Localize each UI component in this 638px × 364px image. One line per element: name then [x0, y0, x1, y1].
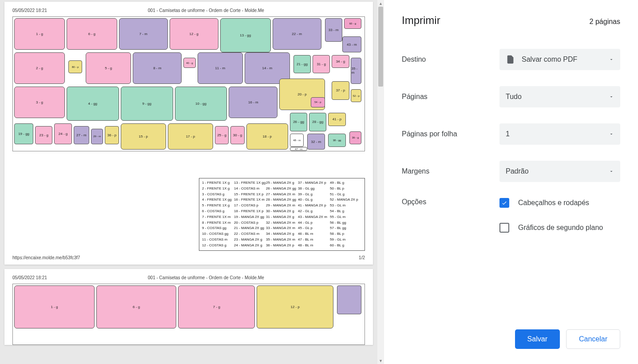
- marker-layout: 1 - g6 - g7 - g12 - p: [14, 285, 363, 343]
- pattern-piece: 10 - gg: [175, 87, 227, 121]
- legend-entry: 43 - MANGA 2X m: [298, 214, 330, 220]
- pattern-piece: 18 - p: [246, 123, 288, 150]
- pattern-piece: 54 - p: [311, 97, 325, 108]
- legend-entry: 39 - GL g: [298, 192, 330, 198]
- legend-entry: 48 - BL m: [298, 243, 330, 249]
- legend-entry: 7 - FRENTE 1X m: [202, 214, 234, 220]
- pattern-piece: 26 - gg: [290, 113, 307, 131]
- pattern-piece: 40 - g: [183, 58, 196, 68]
- pattern-piece: 29 - m: [91, 129, 103, 145]
- legend-entry: 45 - GL p: [298, 226, 330, 231]
- pattern-piece: 28 - gg: [309, 113, 326, 131]
- legend-entry: 41 - MANGA 2X p: [298, 203, 330, 209]
- scroll-thumb[interactable]: [378, 7, 383, 87]
- legend-entry: 18 - FRENTE 1X p: [234, 209, 266, 214]
- legend-entry: 55 - GL m: [330, 214, 362, 220]
- pattern-piece: 6 - g: [96, 285, 177, 329]
- save-button[interactable]: Salvar: [515, 329, 560, 349]
- chevron-down-icon: [609, 131, 614, 137]
- page-footer: https://encaixe.molde.me/b53fc3f7 1/2: [12, 255, 365, 260]
- legend-entry: 8 - FRENTE 1X m: [202, 220, 234, 226]
- legend-entry: 57 - BL gg: [330, 226, 362, 231]
- legend-entry: 32 - MANGA 2X m: [266, 220, 298, 226]
- pages-value: Tudo: [506, 93, 522, 101]
- legend-entry: 46 - BL m: [298, 231, 330, 237]
- pattern-piece: 2 - g: [14, 52, 65, 84]
- legend-entry: 44 - GL p: [298, 220, 330, 226]
- legend-entry: 17 - COSTAS p: [234, 203, 266, 209]
- graphics-checkbox[interactable]: [499, 223, 509, 233]
- legend-entry: 60 - BL g: [330, 243, 362, 249]
- graphics-checkbox-label: Gráficos de segundo plano: [518, 224, 603, 232]
- pattern-piece: 23 - g: [35, 126, 52, 144]
- legend-entry: 9 - COSTAS gg: [202, 226, 234, 231]
- legend-entry: 5 - FRENTE 1X g: [202, 203, 234, 209]
- cancel-button[interactable]: Cancelar: [566, 329, 620, 349]
- legend-entry: 50 - BL p: [330, 186, 362, 192]
- pages-select[interactable]: Tudo: [499, 86, 620, 107]
- scroll-up-icon: ▲: [377, 0, 384, 7]
- destination-label: Destino: [402, 55, 499, 63]
- persheet-value: 1: [506, 130, 510, 138]
- persheet-select[interactable]: 1: [499, 123, 620, 145]
- margins-select[interactable]: Padrão: [499, 161, 620, 182]
- panel-summary: 2 páginas: [590, 18, 620, 26]
- scroll-down-icon: ▼: [377, 357, 384, 364]
- legend-entry: 13 - FRENTE 1X gg: [234, 180, 266, 186]
- legend-entry: 34 - MANGA 2X g: [266, 231, 298, 237]
- legend-entry: 54 - BL g: [330, 209, 362, 214]
- legend-entry: 26 - MANGA 2X gg: [266, 186, 298, 192]
- print-preview-pane: 05/05/2022 18:21 001 - Camisetas de unif…: [0, 0, 384, 364]
- pattern-piece: 41 - p: [328, 113, 345, 126]
- pattern-piece: 34 - g: [332, 55, 349, 68]
- pattern-piece: 52 - p: [351, 89, 361, 103]
- page-header: 05/05/2022 18:21 001 - Camisetas de unif…: [12, 275, 365, 280]
- pattern-piece: 21 - gg: [293, 55, 311, 73]
- persheet-label: Páginas por folha: [402, 130, 499, 138]
- pattern-piece: 12 - p: [257, 285, 333, 329]
- preview-scrollbar[interactable]: ▲ ▼: [377, 0, 384, 364]
- legend-entry: 33 - MANGA 2X m: [266, 226, 298, 231]
- pattern-piece: 27 - m: [74, 126, 89, 144]
- pages-label: Páginas: [402, 93, 499, 101]
- destination-select[interactable]: Salvar como PDF: [499, 49, 620, 70]
- pattern-piece: 5 - g: [86, 52, 131, 84]
- pattern-piece: 31 - g: [313, 55, 330, 73]
- pattern-piece: 3 - g: [14, 87, 65, 118]
- preview-page-2: 05/05/2022 18:21 001 - Camisetas de unif…: [4, 269, 373, 345]
- page-header-title: 001 - Camisetas de uniforme - Ordem de C…: [148, 8, 264, 13]
- chevron-down-icon: [609, 57, 614, 62]
- legend-entry: 21 - MANGA 2X gg: [234, 226, 266, 231]
- legend-entry: 12 - COSTAS g: [202, 243, 234, 249]
- marker-layout-frame: 1 - g6 - g7 - g12 - p: [12, 284, 365, 345]
- legend-entry: 11 - COSTAS m: [202, 237, 234, 243]
- pattern-piece: 6 - g: [67, 18, 117, 50]
- pattern-piece: 17 - p: [168, 123, 213, 150]
- pattern-piece: 35 - m: [351, 58, 361, 84]
- pattern-piece: 47 - m: [290, 147, 307, 151]
- legend-entry: 30 - MANGA 2X g: [266, 209, 298, 214]
- legend-entry: 27 - MANGA 2X m: [266, 192, 298, 198]
- pattern-piece: [337, 285, 361, 314]
- legend-entry: 6 - COSTAS g: [202, 209, 234, 214]
- legend-entry: 58 - BL p: [330, 231, 362, 237]
- pattern-piece: 15 - p: [121, 123, 166, 150]
- pattern-piece: 1 - g: [14, 18, 65, 50]
- legend-entry: 37 - MANGA 2X p: [298, 180, 330, 186]
- legend-entry: 52 - MANGA 2X p: [330, 197, 362, 203]
- preview-scroll-area[interactable]: 05/05/2022 18:21 001 - Camisetas de unif…: [0, 0, 377, 364]
- legend-entry: 38 - GL gg: [298, 186, 330, 192]
- legend-entry: 51 - GL g: [330, 192, 362, 198]
- headers-checkbox[interactable]: [499, 198, 509, 208]
- pattern-piece: 32 - m: [307, 134, 325, 150]
- margins-value: Padrão: [506, 167, 529, 175]
- legend-entry: 56 - BL gg: [330, 220, 362, 226]
- legend-entry: 24 - MANGA 2X g: [234, 243, 266, 249]
- pattern-piece: 39 - g: [349, 131, 362, 145]
- legend-entry: 22 - COSTAS m: [234, 231, 266, 237]
- pattern-piece: 16 - m: [229, 87, 277, 118]
- legend-entry: 59 - GL m: [330, 237, 362, 243]
- legend-entry: 53 - GL m: [330, 203, 362, 209]
- legend-entry: 29 - MANGA 2X m: [266, 203, 298, 209]
- pattern-piece: 13 - gg: [220, 18, 271, 52]
